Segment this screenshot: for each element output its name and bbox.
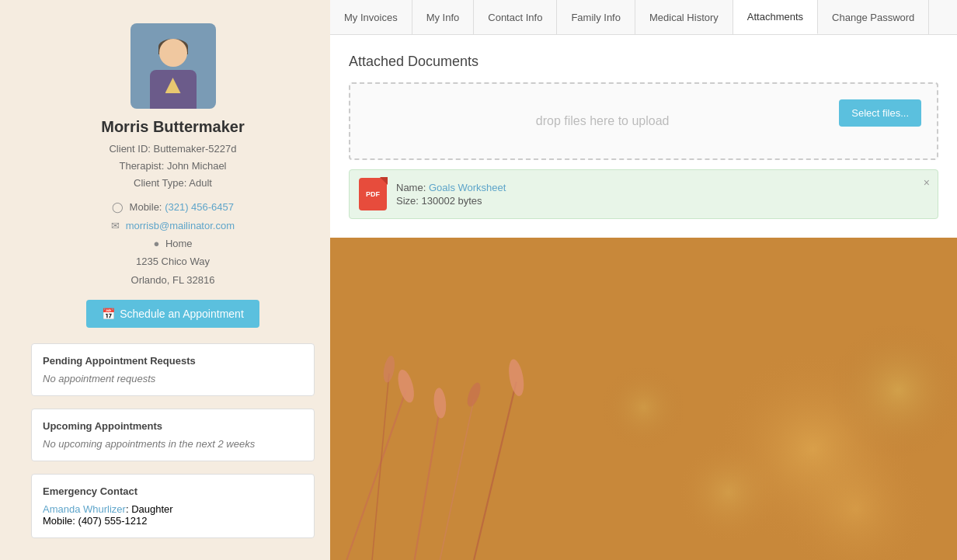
address-line2: Orlando, FL 32816 bbox=[131, 274, 215, 286]
right-panel: My Invoices My Info Contact Info Family … bbox=[330, 0, 957, 560]
emergency-mobile-value: (407) 555-1212 bbox=[78, 515, 148, 527]
tab-medical-history[interactable]: Medical History bbox=[635, 0, 733, 34]
emergency-contact-name: Amanda Whurlizer bbox=[43, 503, 126, 515]
address-label: Home bbox=[165, 238, 193, 249]
emergency-card-title: Emergency Contact bbox=[43, 485, 303, 497]
file-info: Name: Goals Worksheet Size: 130002 bytes bbox=[396, 182, 506, 207]
avatar-collar bbox=[165, 78, 181, 93]
upcoming-card-text: No upcoming appointments in the next 2 w… bbox=[43, 438, 303, 450]
upcoming-card-text-value: No upcoming appointments in the next 2 w… bbox=[43, 438, 255, 450]
avatar bbox=[130, 23, 216, 109]
tab-change-password[interactable]: Change Password bbox=[818, 0, 929, 34]
tab-bar: My Invoices My Info Contact Info Family … bbox=[330, 0, 957, 35]
sidebar: Morris Buttermaker Client ID: Buttemaker… bbox=[0, 0, 330, 560]
file-size-value: 130002 bytes bbox=[422, 195, 482, 207]
upcoming-appointments-card: Upcoming Appointments No upcoming appoin… bbox=[31, 409, 315, 461]
svg-point-5 bbox=[601, 365, 686, 450]
tab-contact-info-label: Contact Info bbox=[488, 12, 542, 23]
address-line1: 1235 Chico Way bbox=[136, 256, 210, 267]
schedule-appointment-button[interactable]: 📅 Schedule an Appointment bbox=[86, 300, 259, 328]
tab-change-password-label: Change Password bbox=[832, 12, 914, 23]
file-size: Size: 130002 bytes bbox=[396, 195, 506, 207]
avatar-body bbox=[150, 70, 197, 109]
emergency-contact-card: Emergency Contact Amanda Whurlizer: Daug… bbox=[31, 474, 315, 538]
emergency-mobile-label: Mobile: bbox=[43, 515, 75, 527]
avatar-head bbox=[159, 39, 187, 67]
svg-point-3 bbox=[677, 441, 779, 543]
content-title: Attached Documents bbox=[349, 54, 938, 70]
profile-section: Morris Buttermaker Client ID: Buttemaker… bbox=[31, 16, 315, 331]
file-item: PDF Name: Goals Worksheet Size: 130002 b… bbox=[349, 169, 938, 219]
email-link[interactable]: morrisb@mailinator.com bbox=[126, 220, 235, 231]
file-remove-button[interactable]: × bbox=[924, 176, 930, 189]
file-name-value: Goals Worksheet bbox=[429, 182, 506, 193]
background-scenery bbox=[330, 238, 957, 560]
background-svg bbox=[330, 238, 957, 560]
client-id-label: Client ID: bbox=[109, 143, 150, 155]
pending-appointments-card: Pending Appointment Requests No appointm… bbox=[31, 343, 315, 396]
mobile-icon: ◯ bbox=[112, 198, 124, 216]
upload-zone[interactable]: drop files here to upload Select files..… bbox=[349, 82, 938, 160]
tab-family-info-label: Family Info bbox=[571, 12, 621, 23]
client-type-value: Adult bbox=[189, 177, 212, 189]
tab-medical-history-label: Medical History bbox=[649, 12, 719, 23]
mobile-label: Mobile: bbox=[130, 201, 162, 213]
drop-text: drop files here to upload bbox=[366, 114, 839, 128]
tab-attachments-label: Attachments bbox=[747, 11, 803, 23]
tab-contact-info[interactable]: Contact Info bbox=[474, 0, 557, 34]
tab-my-invoices-label: My Invoices bbox=[344, 12, 398, 23]
emergency-relationship: Daughter bbox=[131, 503, 172, 515]
schedule-btn-label: Schedule an Appointment bbox=[120, 308, 244, 320]
tab-my-info[interactable]: My Info bbox=[412, 0, 475, 34]
tab-my-info-label: My Info bbox=[426, 12, 460, 23]
select-files-button[interactable]: Select files... bbox=[839, 99, 921, 127]
mobile-link[interactable]: (321) 456-6457 bbox=[165, 201, 234, 213]
pending-card-text: No appointment requests bbox=[43, 373, 303, 384]
pdf-icon: PDF bbox=[359, 178, 387, 210]
file-size-label: Size: bbox=[396, 195, 419, 207]
email-icon: ✉ bbox=[111, 217, 120, 235]
upcoming-card-title: Upcoming Appointments bbox=[43, 420, 303, 432]
content-area: Attached Documents drop files here to up… bbox=[330, 35, 957, 238]
user-meta: Client ID: Buttemaker-5227d Therapist: J… bbox=[109, 141, 236, 192]
location-icon: ● bbox=[153, 235, 159, 252]
tab-my-invoices[interactable]: My Invoices bbox=[330, 0, 412, 34]
pdf-label: PDF bbox=[366, 190, 380, 198]
tab-attachments[interactable]: Attachments bbox=[733, 0, 818, 34]
therapist-value: John Michael bbox=[167, 160, 227, 172]
emergency-contact-info: Amanda Whurlizer: Daughter Mobile: (407)… bbox=[43, 503, 303, 527]
contact-details: ◯ Mobile: (321) 456-6457 ✉ morrisb@maili… bbox=[111, 198, 235, 289]
calendar-icon: 📅 bbox=[102, 308, 115, 320]
therapist-label: Therapist: bbox=[119, 160, 164, 172]
user-name: Morris Buttermaker bbox=[101, 118, 245, 136]
client-type-label: Client Type: bbox=[134, 177, 186, 189]
file-name-label: Name: bbox=[396, 182, 426, 193]
client-id-value: Buttemaker-5227d bbox=[154, 143, 237, 155]
tab-family-info[interactable]: Family Info bbox=[557, 0, 635, 34]
pending-card-title: Pending Appointment Requests bbox=[43, 355, 303, 367]
